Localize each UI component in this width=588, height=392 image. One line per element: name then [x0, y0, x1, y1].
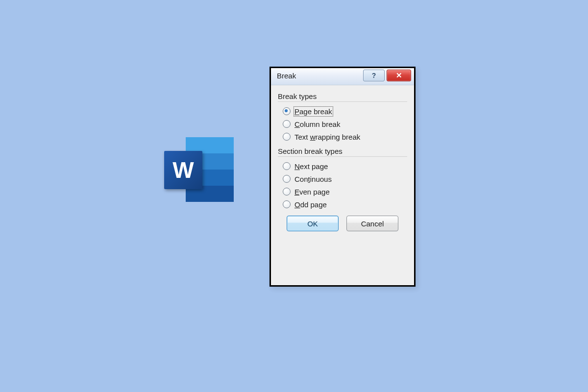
group-label-break-types: Break types — [278, 92, 407, 100]
radio-label: Next page — [294, 162, 328, 171]
ok-button[interactable]: OK — [287, 216, 339, 231]
dialog-title: Break — [277, 72, 296, 80]
radio-label: Text wrapping break — [294, 133, 360, 141]
radio-next-page[interactable]: Next page — [283, 160, 407, 172]
radio-continuous[interactable]: Continuous — [283, 172, 407, 185]
close-icon: ✕ — [396, 71, 402, 80]
ok-button-label: OK — [307, 220, 318, 228]
radio-icon — [283, 133, 291, 141]
help-button[interactable]: ? — [363, 70, 385, 81]
radio-label: Continuous — [294, 175, 332, 183]
radio-icon — [283, 200, 291, 208]
radio-label: Even page — [294, 188, 330, 196]
cancel-button[interactable]: Cancel — [346, 216, 398, 231]
radio-list-section-break-types: Next page Continuous Even page Odd page — [283, 160, 407, 211]
radio-page-break[interactable]: Page break — [283, 105, 407, 118]
close-button[interactable]: ✕ — [387, 70, 411, 81]
radio-icon — [283, 120, 291, 128]
radio-label: Odd page — [294, 200, 327, 209]
radio-icon — [283, 188, 291, 196]
radio-even-page[interactable]: Even page — [283, 185, 407, 198]
radio-label: Column break — [294, 120, 340, 128]
group-label-section-break-types: Section break types — [278, 147, 407, 155]
word-app-icon: W — [164, 137, 234, 202]
radio-text-wrapping-break[interactable]: Text wrapping break — [283, 130, 407, 143]
group-divider — [278, 156, 407, 157]
cancel-button-label: Cancel — [361, 220, 384, 228]
radio-icon — [283, 162, 291, 170]
word-icon-tile: W — [164, 151, 202, 189]
radio-label: Page break — [294, 107, 332, 116]
stage: W Break ? ✕ Break types Page break — [0, 0, 588, 392]
dialog-body: Break types Page break Column break Text… — [271, 85, 414, 237]
word-icon-letter: W — [172, 159, 194, 181]
radio-icon — [283, 107, 291, 115]
radio-odd-page[interactable]: Odd page — [283, 198, 407, 211]
titlebar-buttons: ? ✕ — [363, 70, 411, 81]
help-icon: ? — [372, 72, 376, 79]
radio-list-break-types: Page break Column break Text wrapping br… — [283, 105, 407, 143]
radio-column-break[interactable]: Column break — [283, 118, 407, 130]
dialog-button-row: OK Cancel — [278, 216, 407, 231]
radio-icon — [283, 175, 291, 183]
dialog-titlebar[interactable]: Break ? ✕ — [271, 68, 414, 85]
break-dialog: Break ? ✕ Break types Page break — [270, 67, 416, 287]
group-divider — [278, 101, 407, 102]
